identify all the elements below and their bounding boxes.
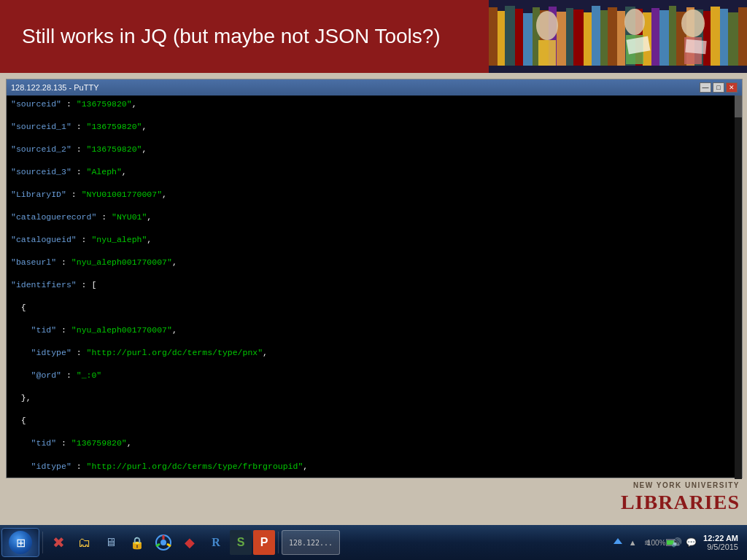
svg-rect-28 (720, 9, 728, 66)
svg-rect-30 (738, 7, 747, 66)
json-line: "LibraryID" : "NYU01001770007", (11, 189, 738, 201)
svg-rect-27 (711, 7, 720, 66)
taskbar-putty-window[interactable]: 128.122... (282, 530, 340, 555)
clock[interactable]: 12:22 AM 9/5/2015 (700, 534, 741, 551)
sys-tray-icons: ▲ ≋ 100% 🔊 💬 (611, 532, 697, 553)
svg-rect-12 (584, 12, 592, 66)
svg-rect-2 (498, 11, 505, 66)
json-line: "sourceid_2" : "136759820", (11, 144, 738, 155)
json-line: "sourceid" : "136759820", (11, 98, 738, 110)
terminal-titlebar: 128.122.28.135 - PuTTY — □ ✕ (7, 79, 742, 96)
battery-level: 100% (647, 539, 666, 547)
json-line: "tid" : "nyu_aleph001770007", (11, 324, 738, 336)
svg-rect-5 (523, 13, 533, 66)
json-line: }, (11, 392, 738, 404)
json-line: { (11, 415, 738, 427)
taskbar-putty-label: 128.122... (289, 539, 333, 547)
svg-rect-16 (617, 11, 625, 66)
svg-rect-13 (592, 6, 600, 66)
terminal-scrollbar[interactable] (735, 96, 742, 479)
svg-rect-3 (505, 6, 515, 66)
svg-point-40 (160, 540, 166, 545)
start-orb: ⊞ (9, 531, 32, 554)
json-line: "@ord" : "_:0" (11, 370, 738, 381)
json-line: "sourceid_1" : "136759820", (11, 121, 738, 133)
json-line: "baseurl" : "nyu_aleph001770007", (11, 257, 738, 268)
terminal-title: 128.122.28.135 - PuTTY (11, 83, 98, 92)
nyu-libraries-title: LIBRARIES (621, 491, 740, 514)
svg-rect-21 (659, 10, 669, 66)
svg-rect-32 (538, 40, 556, 66)
svg-point-33 (624, 9, 645, 35)
maximize-button[interactable]: □ (713, 82, 724, 93)
taskbar-icon-chrome[interactable] (151, 530, 176, 555)
volume-icon[interactable]: 🔊 (670, 532, 683, 553)
start-button[interactable]: ⊞ (1, 528, 39, 557)
svg-rect-20 (651, 8, 659, 66)
terminal-controls: — □ ✕ (700, 82, 738, 93)
json-line: "idtype" : "http://purl.org/dc/terms/typ… (11, 347, 738, 359)
taskbar-icon-files[interactable]: 🗂 (72, 530, 97, 555)
nyu-logo-area: NEW YORK UNIVERSITY LIBRARIES (608, 471, 746, 524)
terminal-content[interactable]: "sourceid" : "136759820", "sourceid_1" :… (7, 96, 742, 478)
svg-point-31 (536, 11, 558, 40)
slide-title: Still works in JQ (but maybe not JSON To… (22, 24, 441, 49)
close-button[interactable]: ✕ (726, 82, 738, 93)
nyu-subtitle: NEW YORK UNIVERSITY (633, 481, 740, 489)
json-line: "catalogueid" : "nyu_aleph", (11, 234, 738, 246)
action-center-icon[interactable]: 💬 (684, 532, 697, 553)
svg-rect-22 (669, 6, 676, 66)
svg-rect-4 (515, 9, 523, 66)
signal-icon: ▲ (626, 532, 639, 553)
svg-marker-44 (614, 538, 622, 544)
json-line: "sourceid_3" : "Aleph", (11, 166, 738, 178)
header-photo (489, 0, 747, 73)
windows-logo-icon: ⊞ (16, 536, 26, 550)
clock-date: 9/5/2015 (707, 542, 738, 551)
battery-icon: 100% (655, 532, 668, 553)
svg-rect-11 (573, 9, 584, 66)
header: Still works in JQ (but maybe not JSON To… (0, 0, 747, 73)
taskbar-icon-r[interactable]: R (204, 530, 228, 555)
terminal-window[interactable]: 128.122.28.135 - PuTTY — □ ✕ "sourceid" … (6, 79, 743, 478)
taskbar-icon-security[interactable]: 🔒 (125, 530, 150, 555)
svg-rect-14 (600, 10, 608, 66)
svg-rect-26 (703, 11, 711, 66)
svg-rect-9 (557, 12, 566, 66)
taskbar-icon-remote[interactable]: 🖥 (98, 530, 123, 555)
svg-rect-1 (489, 7, 498, 66)
clock-time: 12:22 AM (703, 534, 738, 542)
network-icon[interactable] (611, 532, 624, 553)
scrollbar-thumb[interactable] (735, 96, 742, 117)
taskbar-separator-2 (278, 532, 279, 553)
svg-rect-15 (608, 7, 617, 66)
json-line: { (11, 302, 738, 314)
taskbar: ⊞ ✖ 🗂 🖥 🔒 ◆ R S P 128.122... (0, 525, 747, 560)
svg-point-35 (681, 9, 705, 37)
json-line: "cataloguerecord" : "NYU01", (11, 211, 738, 223)
header-title-area: Still works in JQ (but maybe not JSON To… (0, 0, 489, 73)
taskbar-icon-xmarks[interactable]: ✖ (46, 530, 71, 555)
json-line: "tid" : "136759820", (11, 438, 738, 449)
taskbar-icon-powerpoint[interactable]: P (253, 530, 275, 555)
taskbar-icon-sas[interactable]: S (230, 530, 252, 555)
json-line: "idtype" : "http://purl.org/dc/terms/typ… (11, 461, 738, 472)
taskbar-separator (42, 532, 43, 553)
json-line: "identifiers" : [ (11, 279, 738, 291)
taskbar-icon-git[interactable]: ◆ (177, 530, 202, 555)
svg-rect-29 (728, 12, 738, 66)
svg-rect-10 (566, 8, 573, 66)
taskbar-system-tray: ▲ ≋ 100% 🔊 💬 12:22 AM 9/5/2015 (611, 532, 746, 553)
minimize-button[interactable]: — (700, 82, 711, 93)
svg-rect-38 (685, 39, 706, 54)
header-image-area (489, 0, 747, 73)
